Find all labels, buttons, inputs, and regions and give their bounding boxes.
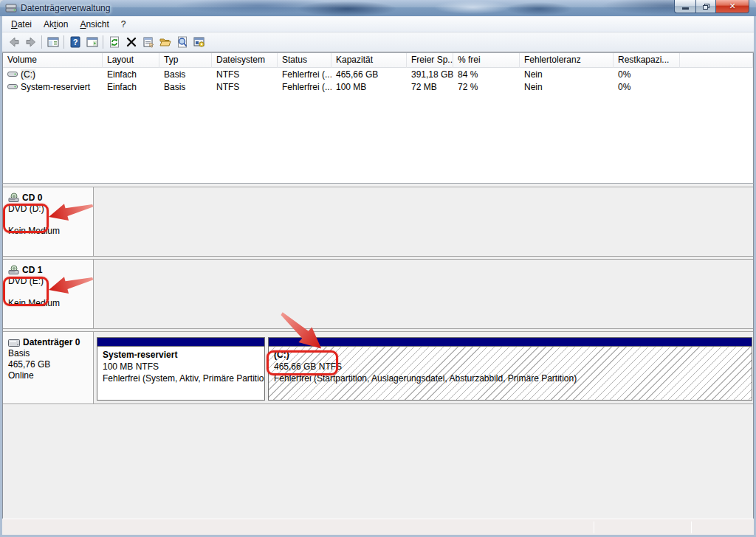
menubar: Datei Aktion Ansicht ? xyxy=(2,16,754,32)
properties-icon xyxy=(142,36,154,48)
column-header-status[interactable]: Status xyxy=(278,53,331,68)
column-header-filler xyxy=(680,53,753,68)
statusbar-divider xyxy=(691,522,692,533)
close-icon: ✕ xyxy=(729,1,735,11)
search-button[interactable] xyxy=(173,34,190,50)
volume-icon xyxy=(7,70,18,78)
app-icon xyxy=(5,2,17,14)
show-action-pane-icon xyxy=(86,36,98,48)
status-bar xyxy=(2,519,754,535)
delete-button[interactable] xyxy=(123,34,140,50)
graphical-view: CD 0 DVD (D:) Kein Medium CD 1 DVD (E:) … xyxy=(2,187,754,520)
toolbar: ? xyxy=(2,32,754,52)
titlebar[interactable]: Datenträgerverwaltung ✕ xyxy=(0,0,756,16)
client-area: Datei Aktion Ansicht ? ? xyxy=(2,16,754,535)
cd0-media-area[interactable] xyxy=(94,187,753,256)
volume-list-header: Volume Layout Typ Dateisystem Status Kap… xyxy=(3,53,753,68)
close-button[interactable]: ✕ xyxy=(716,0,749,13)
primary-partition-strip xyxy=(269,338,752,347)
menu-aktion[interactable]: Aktion xyxy=(38,17,74,32)
cd1-status: Kein Medium xyxy=(8,298,90,308)
back-button[interactable] xyxy=(5,34,22,50)
minimize-button[interactable] xyxy=(674,0,695,13)
help-icon: ? xyxy=(69,36,81,48)
cd0-status: Kein Medium xyxy=(8,226,90,236)
statusbar-divider xyxy=(594,522,594,533)
cd-drive-icon xyxy=(8,265,21,275)
disk0-row: Datenträger 0 Basis 465,76 GB Online Sys… xyxy=(3,331,753,404)
toolbar-separator xyxy=(63,35,64,49)
table-row-volume-system-reserviert[interactable]: System-reserviert Einfach Basis NTFS Feh… xyxy=(3,80,753,93)
column-header-restkapazitaet[interactable]: Restkapazi... xyxy=(614,53,680,68)
delete-icon xyxy=(126,36,137,48)
column-header-dateisystem[interactable]: Dateisystem xyxy=(212,53,278,68)
column-header-volume[interactable]: Volume xyxy=(3,53,103,68)
menu-help[interactable]: ? xyxy=(115,17,132,32)
disk-icon xyxy=(8,339,21,347)
column-header-fehlertoleranz[interactable]: Fehlertoleranz xyxy=(520,53,614,68)
disk-management-window: Datenträgerverwaltung ✕ Datei Aktion Ans… xyxy=(0,0,756,537)
partition-c[interactable]: (C:) 465,66 GB NTFS Fehlerfrei (Startpar… xyxy=(268,337,752,401)
volume-icon xyxy=(7,83,18,91)
show-console-tree-button[interactable] xyxy=(44,34,61,50)
disk0-status: Online xyxy=(8,370,90,381)
disk0-size: 465,76 GB xyxy=(8,359,90,370)
table-row-volume-c[interactable]: (C:) Einfach Basis NTFS Fehlerfrei (... … xyxy=(3,68,753,80)
show-console-tree-icon xyxy=(47,36,59,48)
console-settings-button[interactable] xyxy=(190,34,207,50)
column-header-typ[interactable]: Typ xyxy=(159,53,212,68)
help-button[interactable]: ? xyxy=(66,34,83,50)
console-settings-icon xyxy=(193,36,205,48)
search-icon xyxy=(176,36,188,48)
cd0-row: CD 0 DVD (D:) Kein Medium xyxy=(3,187,753,257)
column-header-prozent-frei[interactable]: % frei xyxy=(453,53,520,68)
disk0-label-cell[interactable]: Datenträger 0 Basis 465,76 GB Online xyxy=(3,332,94,403)
open-folder-button[interactable] xyxy=(157,34,173,50)
column-header-kapazitaet[interactable]: Kapazität xyxy=(331,53,407,68)
toolbar-separator xyxy=(103,35,103,49)
primary-partition-strip xyxy=(97,338,264,347)
forward-icon xyxy=(25,36,37,48)
window-title: Datenträgerverwaltung xyxy=(21,3,110,13)
open-folder-icon xyxy=(159,36,171,48)
restore-icon xyxy=(703,4,709,10)
cd1-media-area[interactable] xyxy=(94,260,753,328)
forward-button[interactable] xyxy=(22,34,39,50)
column-header-layout[interactable]: Layout xyxy=(103,53,159,68)
column-header-freier-speicher[interactable]: Freier Sp... xyxy=(407,53,453,68)
refresh-icon xyxy=(109,36,120,48)
toolbar-separator xyxy=(41,35,42,49)
cd-drive-icon xyxy=(8,193,21,203)
properties-button[interactable] xyxy=(140,34,157,50)
volume-list: Volume Layout Typ Dateisystem Status Kap… xyxy=(2,52,754,183)
svg-text:?: ? xyxy=(72,38,78,46)
partition-system-reserviert[interactable]: System-reserviert 100 MB NTFS Fehlerfrei… xyxy=(97,337,265,401)
refresh-button[interactable] xyxy=(106,34,123,50)
back-icon xyxy=(8,36,20,48)
menu-ansicht[interactable]: Ansicht xyxy=(74,17,114,32)
restore-button[interactable] xyxy=(695,0,716,13)
menu-datei[interactable]: Datei xyxy=(5,17,38,32)
disk0-type: Basis xyxy=(8,348,90,358)
disk0-partition-area: System-reserviert 100 MB NTFS Fehlerfrei… xyxy=(94,332,753,403)
show-action-pane-button[interactable] xyxy=(83,34,100,50)
minimize-icon xyxy=(682,7,689,10)
cd1-row: CD 1 DVD (E:) Kein Medium xyxy=(3,259,753,329)
